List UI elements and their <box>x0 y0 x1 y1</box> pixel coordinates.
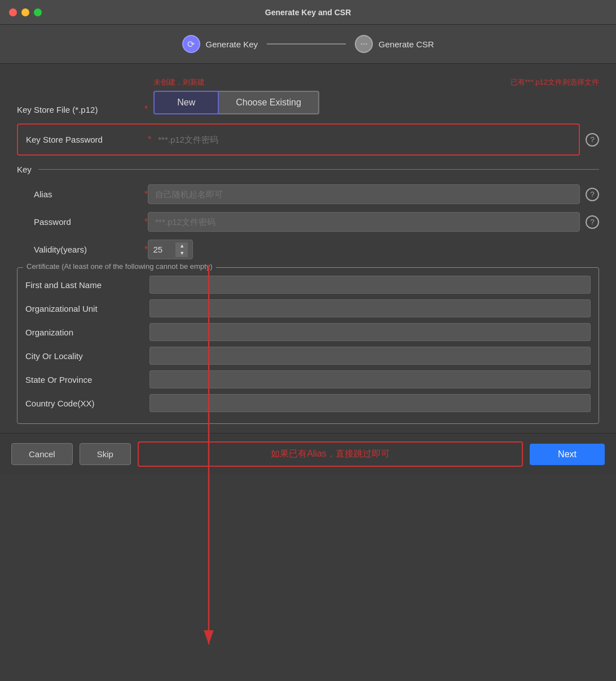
cert-field-2: Organization <box>25 323 591 341</box>
step-generate-key-icon: ⟳ <box>182 35 200 53</box>
key-store-file-label: Key Store File (*.p12) <box>17 105 141 114</box>
cert-country-input[interactable] <box>149 394 591 412</box>
key-fields: Alias * ? Password * ? Validity(years) *… <box>17 184 599 259</box>
password-row: Password * ? <box>34 212 599 232</box>
alias-help-icon[interactable]: ? <box>586 188 599 201</box>
file-buttons: New Choose Existing <box>153 91 599 114</box>
password-input[interactable] <box>148 212 580 232</box>
cert-box-title: Certificate (At least one of the followi… <box>23 262 216 271</box>
skip-button[interactable]: Skip <box>80 443 131 465</box>
cert-org-label: Organization <box>25 328 149 337</box>
key-store-password-label: Key Store Password <box>26 135 144 144</box>
title-bar: Generate Key and CSR <box>0 0 616 25</box>
key-store-password-row: Key Store Password * <box>17 123 580 156</box>
step-generate-key-label: Generate Key <box>206 39 258 49</box>
new-button[interactable]: New <box>153 91 219 114</box>
section-divider <box>38 169 599 170</box>
step-generate-csr: ··· Generate CSR <box>355 35 434 53</box>
footer: Cancel Skip 如果已有Alias，直接跳过即可 Next <box>0 433 616 475</box>
skip-annotation: 如果已有Alias，直接跳过即可 <box>138 441 523 467</box>
key-store-password-help-icon[interactable]: ? <box>586 133 599 147</box>
key-store-password-input[interactable] <box>151 130 571 149</box>
cert-first-last-name-label: First and Last Name <box>25 280 149 290</box>
cert-field-0: First and Last Name <box>25 276 591 294</box>
alias-input[interactable] <box>148 184 580 204</box>
annotation-new: 未创建，则新建 <box>153 77 205 87</box>
choose-existing-button[interactable]: Choose Existing <box>219 91 319 114</box>
window-controls[interactable] <box>9 8 42 16</box>
cert-field-5: Country Code(XX) <box>25 394 591 412</box>
next-button[interactable]: Next <box>530 444 605 465</box>
password-label: Password <box>34 217 141 227</box>
cert-org-unit-input[interactable] <box>149 299 591 317</box>
close-button[interactable] <box>9 8 17 16</box>
validity-decrement[interactable]: ▼ <box>176 250 188 257</box>
validity-label: Validity(years) <box>34 245 141 254</box>
key-section-title: Key <box>17 165 32 174</box>
cert-field-4: State Or Province <box>25 370 591 388</box>
main-content: Key Store File (*.p12) * 未创建，则新建 已有***.p… <box>0 64 616 424</box>
cert-city-label: City Or Locality <box>25 351 149 361</box>
key-section-header: Key <box>17 165 599 174</box>
cert-field-1: Organizational Unit <box>25 299 591 317</box>
cert-field-3: City Or Locality <box>25 347 591 365</box>
annotation-choose: 已有***.p12文件则选择文件 <box>511 77 599 87</box>
wizard-steps: ⟳ Generate Key ··· Generate CSR <box>0 25 616 64</box>
cert-state-label: State Or Province <box>25 375 149 384</box>
alias-label: Alias <box>34 189 141 199</box>
cert-first-last-name-input[interactable] <box>149 276 591 294</box>
password-help-icon[interactable]: ? <box>586 215 599 229</box>
alias-row: Alias * ? <box>34 184 599 204</box>
validity-row: Validity(years) * ▲ ▼ <box>34 240 599 259</box>
cert-country-label: Country Code(XX) <box>25 399 149 408</box>
step-connector <box>267 43 346 45</box>
step-generate-csr-icon: ··· <box>355 35 373 53</box>
maximize-button[interactable] <box>34 8 42 16</box>
validity-spinner[interactable]: ▲ ▼ <box>175 242 188 257</box>
cancel-button[interactable]: Cancel <box>11 443 73 465</box>
cert-org-unit-label: Organizational Unit <box>25 304 149 313</box>
validity-input-wrap: ▲ ▼ <box>148 240 193 259</box>
certificate-box: Certificate (At least one of the followi… <box>17 267 599 424</box>
validity-increment[interactable]: ▲ <box>176 242 188 250</box>
window-title: Generate Key and CSR <box>265 8 351 17</box>
cert-city-input[interactable] <box>149 347 591 365</box>
key-store-file-required: * <box>144 104 148 114</box>
key-store-file-row: Key Store File (*.p12) * 未创建，则新建 已有***.p… <box>17 77 599 114</box>
step-generate-csr-label: Generate CSR <box>379 39 434 49</box>
validity-input[interactable] <box>148 240 175 259</box>
step-generate-key: ⟳ Generate Key <box>182 35 258 53</box>
minimize-button[interactable] <box>21 8 29 16</box>
cert-state-input[interactable] <box>149 370 591 388</box>
cert-org-input[interactable] <box>149 323 591 341</box>
